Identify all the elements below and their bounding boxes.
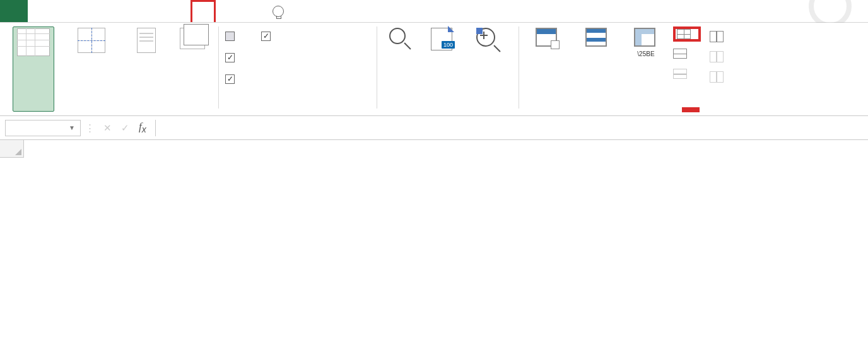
tab-formulas[interactable] bbox=[115, 0, 140, 22]
synchronous-scrolling-button[interactable] bbox=[710, 48, 727, 64]
tab-help[interactable] bbox=[241, 0, 266, 22]
custom-views-icon bbox=[180, 28, 205, 49]
headings-checkbox[interactable] bbox=[261, 28, 276, 44]
sheet-100-icon: 100 bbox=[431, 28, 452, 50]
group-label-zoom bbox=[384, 112, 512, 115]
normal-view-icon bbox=[17, 28, 50, 56]
unhide-icon bbox=[673, 69, 687, 79]
tab-home[interactable] bbox=[39, 0, 64, 22]
new-window-icon bbox=[536, 28, 557, 47]
tab-view[interactable] bbox=[191, 0, 216, 22]
page-break-icon bbox=[78, 28, 105, 53]
group-window: \25BE bbox=[519, 26, 862, 115]
select-all-triangle[interactable] bbox=[0, 140, 24, 158]
gridlines-checkbox[interactable] bbox=[225, 49, 240, 66]
tab-data[interactable] bbox=[140, 0, 165, 22]
tab-file[interactable] bbox=[0, 0, 28, 22]
magnifier-icon bbox=[389, 28, 412, 50]
magnifier-plus-icon bbox=[476, 28, 501, 53]
arrange-all-button[interactable] bbox=[576, 26, 616, 102]
tab-page-layout[interactable] bbox=[90, 0, 115, 22]
tab-review[interactable] bbox=[165, 0, 191, 22]
hide-icon bbox=[673, 49, 687, 59]
group-label-show bbox=[225, 112, 370, 115]
arrange-all-icon bbox=[585, 28, 607, 47]
page-layout-icon bbox=[137, 28, 156, 53]
freeze-panes-icon bbox=[634, 28, 655, 47]
chevron-down-icon: \25BE bbox=[637, 50, 654, 57]
vertical-dots-icon: ⋮ bbox=[81, 122, 98, 134]
spreadsheet bbox=[0, 140, 868, 158]
custom-views-button[interactable] bbox=[173, 26, 212, 112]
side-by-side-icon bbox=[710, 31, 724, 41]
tab-insert[interactable] bbox=[64, 0, 90, 22]
fx-button[interactable]: fx bbox=[134, 120, 151, 134]
split-icon bbox=[677, 29, 691, 39]
ribbon-body: 100 bbox=[0, 23, 868, 116]
new-window-button[interactable] bbox=[525, 26, 567, 102]
group-label-workbook-views bbox=[13, 112, 212, 115]
page-layout-button[interactable] bbox=[129, 26, 164, 112]
cancel-formula-button[interactable]: ✕ bbox=[98, 122, 116, 134]
reset-window-position-button[interactable] bbox=[710, 68, 727, 85]
sync-scroll-icon bbox=[710, 51, 724, 61]
view-side-by-side-button[interactable] bbox=[710, 28, 727, 44]
name-box[interactable]: ▼ bbox=[5, 120, 81, 136]
reset-pos-icon bbox=[710, 71, 724, 81]
lightbulb-icon bbox=[273, 6, 284, 17]
freeze-panes-label: \25BE bbox=[635, 48, 654, 59]
normal-view-button[interactable] bbox=[13, 26, 54, 112]
zoom-button[interactable] bbox=[384, 26, 418, 112]
ribbon-tabs bbox=[0, 0, 868, 23]
page-break-preview-button[interactable] bbox=[63, 26, 120, 112]
group-label-window bbox=[525, 102, 855, 115]
unhide-button[interactable] bbox=[673, 66, 701, 82]
group-show bbox=[219, 26, 377, 115]
group-workbook-views bbox=[6, 26, 218, 115]
name-box-dropdown-icon[interactable]: ▼ bbox=[69, 124, 75, 131]
formula-bar-checkbox[interactable] bbox=[225, 71, 240, 87]
formula-input[interactable] bbox=[155, 120, 868, 136]
svg-point-0 bbox=[811, 0, 849, 25]
formula-bar-row: ▼ ⋮ ✕ ✓ fx bbox=[0, 116, 868, 140]
zoom-to-selection-button[interactable] bbox=[466, 26, 512, 112]
enter-formula-button[interactable]: ✓ bbox=[116, 122, 134, 134]
group-zoom: 100 bbox=[377, 26, 519, 115]
freeze-panes-button[interactable]: \25BE bbox=[625, 26, 664, 102]
split-button[interactable] bbox=[673, 26, 701, 42]
zoom-100-button[interactable]: 100 bbox=[426, 26, 457, 112]
hide-button[interactable] bbox=[673, 45, 701, 62]
tab-developer[interactable] bbox=[216, 0, 241, 22]
ruler-checkbox[interactable] bbox=[225, 28, 240, 44]
